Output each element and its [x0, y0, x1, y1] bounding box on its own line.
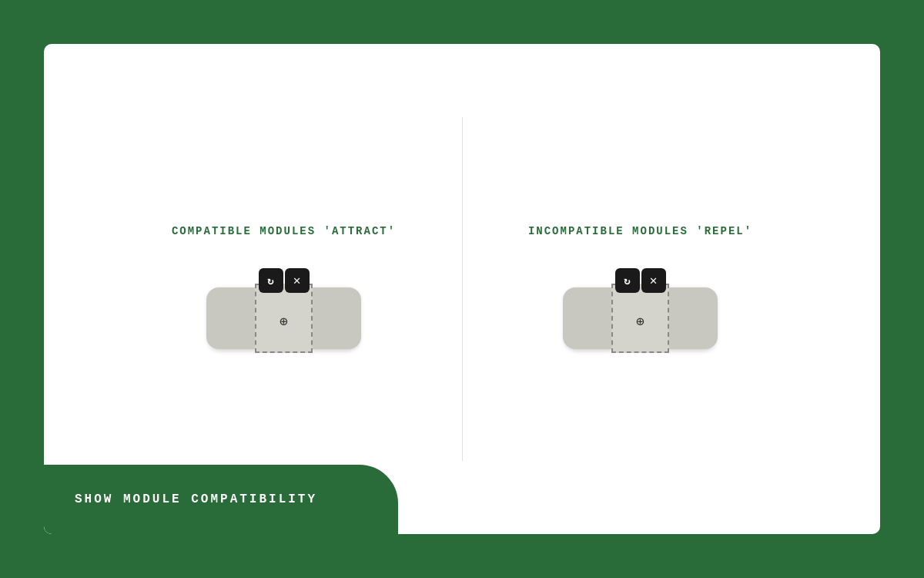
incompatible-center-icons: ↻ ✕ [615, 268, 666, 293]
compatible-move-icon: ⊕ [280, 313, 288, 330]
incompatible-modules-group: ↻ ✕ ⊕ [563, 284, 718, 353]
panels-row: COMPATIBLE MODULES 'ATTRACT' ↻ ✕ ⊕ [44, 44, 880, 534]
incompatible-label: INCOMPATIBLE MODULES 'REPEL' [528, 225, 752, 237]
bottom-banner[interactable]: SHOW MODULE COMPATIBILITY [44, 465, 398, 534]
main-content: COMPATIBLE MODULES 'ATTRACT' ↻ ✕ ⊕ [44, 44, 880, 534]
incompatible-move-icon: ⊕ [636, 313, 644, 330]
compatible-rotate-button[interactable]: ↻ [259, 268, 283, 293]
incompatible-rotate-button[interactable]: ↻ [615, 268, 640, 293]
incompatible-right-module [668, 287, 718, 349]
divider-line [462, 117, 463, 460]
incompatible-close-button[interactable]: ✕ [641, 268, 666, 293]
outer-card: COMPATIBLE MODULES 'ATTRACT' ↻ ✕ ⊕ [35, 35, 889, 543]
compatible-close-button[interactable]: ✕ [285, 268, 310, 293]
compatible-label: COMPATIBLE MODULES 'ATTRACT' [172, 225, 396, 237]
incompatible-module-visual: ↻ ✕ ⊕ [552, 268, 729, 368]
compatible-center-module: ↻ ✕ ⊕ [255, 284, 313, 353]
compatible-panel: COMPATIBLE MODULES 'ATTRACT' ↻ ✕ ⊕ [122, 225, 446, 368]
incompatible-panel: INCOMPATIBLE MODULES 'REPEL' ↻ ✕ ⊕ [479, 225, 802, 368]
incompatible-center-module: ↻ ✕ ⊕ [611, 284, 669, 353]
compatible-center-icons: ↻ ✕ [259, 268, 310, 293]
compatible-modules-group: ↻ ✕ ⊕ [206, 284, 361, 353]
compatible-module-visual: ↻ ✕ ⊕ [196, 268, 373, 368]
compatible-left-module [206, 287, 256, 349]
incompatible-left-module [563, 287, 613, 349]
compatible-right-module [311, 287, 361, 349]
banner-text: SHOW MODULE COMPATIBILITY [75, 492, 317, 506]
inner-card: COMPATIBLE MODULES 'ATTRACT' ↻ ✕ ⊕ [44, 44, 880, 534]
